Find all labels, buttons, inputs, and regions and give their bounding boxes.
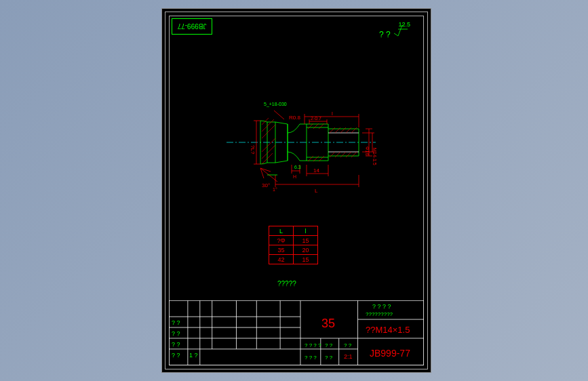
dim-gap: 2-0.7 [311,116,321,121]
svg-line-1 [262,118,269,125]
svg-line-17 [351,127,357,133]
svg-line-16 [346,127,351,133]
tb-mid: ? ? [344,342,351,348]
svg-line-13 [330,127,335,133]
tb-main-num: 35 [321,317,335,331]
tb-spec: ??M14×1.5 [366,325,410,335]
tb-label: ? ? [172,341,180,348]
surface-finish-mark: ? ? 12.5 [379,24,412,39]
svg-line-14 [335,127,340,133]
table-cell: 15 [294,236,318,245]
table-header-L: L [269,226,294,236]
dim-L: L [315,188,318,194]
tb-mid: ? ? ? ? [305,342,321,348]
svg-line-5 [262,145,275,159]
cad-drawing-frame: JB999-77 ? ? 12.5 5_+18-030 [161,8,431,373]
title-block: ? ? ? ? ? ? ? ? 1 ? 35 ? ? ? ? ? ? ? ? ?… [169,300,424,365]
tb-label: ? ? [172,319,180,326]
svg-line-21 [346,152,351,157]
tb-label: ? ? [172,352,180,359]
table-cell: 15 [294,255,318,264]
callout-top: 5_+18-030 [264,102,287,107]
tb-code: JB999-77 [370,348,410,359]
tb-scale: 2:1 [344,353,353,360]
surface-value: 12.5 [398,21,410,28]
table-cell: 42 [269,255,294,264]
dim-left: ?L? [250,145,256,155]
dim-14: 14 [313,167,319,174]
dim-h: H [293,174,296,179]
angle-30: 30° [262,182,270,188]
svg-line-15 [340,127,346,133]
tb-desc: ????????? [366,311,393,317]
tb-company: ? ? ? ? [372,303,391,310]
table-cell: 35 [269,245,294,255]
surface-prefix: ? ? [379,30,391,39]
dim-thread: M14-1.5 [372,148,377,165]
angle-1: 1° [273,187,277,192]
tb-label: 1 ? [189,352,198,359]
svg-line-3 [262,125,275,138]
tb-mid: ? ? [325,342,332,348]
tb-bot: ? ? ? [305,355,317,361]
table-cell: ?Φ [269,236,294,245]
dimension-table: Ll ?Φ15 3520 4215 [269,226,318,264]
svg-line-20 [340,152,346,157]
table-cell: 20 [294,245,318,255]
standard-code-rotated: JB999-77 [178,23,207,31]
radius-label: R0.8 [289,115,300,121]
svg-line-18 [330,152,335,157]
table-header-l: l [294,226,318,236]
part-drawing: 5_+18-030 R0.8 l 2-0.7 M14-1.5 Φ16 ?L? 1… [227,87,389,209]
tb-label: ? ? [172,330,180,337]
svg-line-4 [262,138,275,152]
note-text: ????? [277,280,296,287]
dim-top-l: l [332,111,333,117]
svg-line-19 [335,152,340,157]
dim-phi: Φ16 [365,146,370,155]
standard-box-topleft: JB999-77 [172,18,212,35]
svg-line-22 [351,152,357,157]
roughness: 6.3 [294,165,301,169]
tb-bot: ? ? [325,355,332,361]
